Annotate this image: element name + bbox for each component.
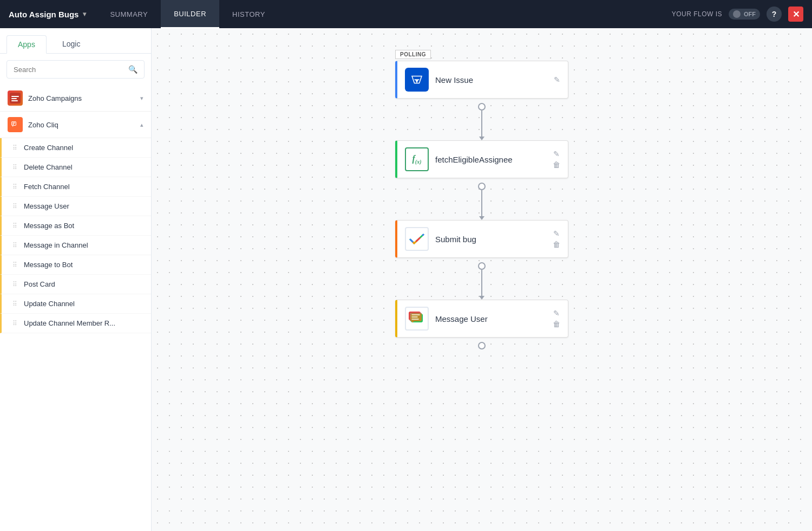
sidebar-item-message-as-bot[interactable]: ⠿ Message as Bot xyxy=(0,216,151,236)
item-label-update-channel-member: Update Channel Member R... xyxy=(24,319,115,327)
node-card-message-user[interactable]: Message User ✎ 🗑 xyxy=(395,300,568,338)
connector-line-1 xyxy=(481,111,482,138)
app-group-zoho-cliq: Zoho Cliq ▴ ⠿ Create Channel ⠿ Delete Ch… xyxy=(0,112,151,333)
tab-apps[interactable]: Apps xyxy=(6,35,47,54)
campaigns-app-icon xyxy=(8,90,23,106)
help-button[interactable]: ? xyxy=(767,7,782,22)
svg-rect-8 xyxy=(12,124,14,125)
cliq-app-name: Zoho Cliq xyxy=(28,121,135,129)
sidebar-item-fetch-channel[interactable]: ⠿ Fetch Channel xyxy=(0,177,151,197)
drag-dots: ⠿ xyxy=(12,281,17,288)
node-actions-fetch-eligible: ✎ 🗑 xyxy=(553,150,560,169)
connector-top-circle-3 xyxy=(478,262,486,270)
polling-badge: POLLING xyxy=(395,50,431,59)
delete-button-submit-bug[interactable]: 🗑 xyxy=(553,241,560,248)
search-icon: 🔍 xyxy=(128,65,137,74)
delete-button-fetch-eligible[interactable]: 🗑 xyxy=(553,161,560,169)
connector-top-circle-2 xyxy=(478,183,486,190)
item-label-create-channel: Create Channel xyxy=(24,144,73,152)
node-label-new-issue: New Issue xyxy=(435,75,547,85)
tab-logic[interactable]: Logic xyxy=(51,35,91,53)
tab-summary[interactable]: SUMMARY xyxy=(97,0,161,28)
node-card-submit-bug[interactable]: Submit bug ✎ 🗑 xyxy=(395,220,568,258)
bottom-connector-circle xyxy=(478,342,486,349)
svg-rect-2 xyxy=(11,98,17,99)
top-nav: Auto Assign Bugs ▾ SUMMARY BUILDER HISTO… xyxy=(0,0,812,28)
edit-button-new-issue[interactable]: ✎ xyxy=(554,76,560,83)
edit-button-fetch-eligible[interactable]: ✎ xyxy=(553,150,560,158)
drag-dots: ⠿ xyxy=(12,164,17,171)
search-input[interactable] xyxy=(14,66,124,74)
item-label-message-user: Message User xyxy=(24,202,69,210)
node-card-fetch-eligible[interactable]: f(x) fetchEligibleAssignee ✎ 🗑 xyxy=(395,140,568,178)
flow-toggle[interactable]: OFF xyxy=(729,9,760,20)
svg-rect-3 xyxy=(11,100,18,101)
sidebar-item-message-user[interactable]: ⠿ Message User xyxy=(0,197,151,216)
flow-canvas: POLLING New Issue ✎ xyxy=(152,28,812,531)
main-layout: Apps Logic 🔍 Zoh xyxy=(0,28,812,531)
drag-dots: ⠿ xyxy=(12,320,17,327)
sidebar-item-message-in-channel[interactable]: ⠿ Message in Channel xyxy=(0,236,151,255)
sidebar-item-update-channel[interactable]: ⠿ Update Channel xyxy=(0,294,151,314)
sidebar-item-delete-channel[interactable]: ⠿ Delete Channel xyxy=(0,158,151,177)
toggle-state: OFF xyxy=(744,11,756,17)
app-title-text: Auto Assign Bugs xyxy=(9,10,78,19)
connector-2 xyxy=(478,178,486,220)
svg-rect-6 xyxy=(12,122,16,125)
node-card-new-issue[interactable]: New Issue ✎ xyxy=(395,61,568,99)
app-group-header-campaigns[interactable]: Zoho Campaigns ▾ xyxy=(0,85,151,112)
sidebar-item-update-channel-member[interactable]: ⠿ Update Channel Member R... xyxy=(0,314,151,333)
sidebar-item-message-to-bot[interactable]: ⠿ Message to Bot xyxy=(0,255,151,275)
item-label-update-channel: Update Channel xyxy=(24,300,75,308)
sidebar-tabs: Apps Logic xyxy=(0,28,151,54)
tab-builder[interactable]: BUILDER xyxy=(161,0,219,28)
cliq-app-icon xyxy=(8,117,23,132)
drag-dots: ⠿ xyxy=(12,203,17,210)
tab-history[interactable]: HISTORY xyxy=(219,0,278,28)
nav-right: YOUR FLOW IS OFF ? ✕ xyxy=(672,7,803,22)
delete-button-message-user[interactable]: 🗑 xyxy=(553,320,560,328)
node-actions-new-issue: ✎ xyxy=(554,76,560,83)
node-icon-message xyxy=(405,307,429,331)
svg-rect-1 xyxy=(11,96,19,97)
connector-line-3 xyxy=(481,270,482,297)
item-label-message-in-channel: Message in Channel xyxy=(24,241,88,249)
node-label-fetch-eligible: fetchEligibleAssignee xyxy=(435,155,546,164)
item-label-post-card: Post Card xyxy=(24,280,55,288)
flow-label: YOUR FLOW IS xyxy=(672,10,722,18)
connector-3 xyxy=(478,258,486,300)
node-new-issue: POLLING New Issue ✎ xyxy=(395,61,568,99)
connector-top-circle-1 xyxy=(478,103,486,111)
item-label-fetch-channel: Fetch Channel xyxy=(24,183,70,191)
node-icon-submit xyxy=(405,227,429,251)
cliq-chevron: ▴ xyxy=(140,121,143,128)
connector-arrow-3 xyxy=(479,296,484,300)
sidebar-item-create-channel[interactable]: ⠿ Create Channel xyxy=(0,138,151,158)
close-button[interactable]: ✕ xyxy=(788,7,803,22)
app-group-header-cliq[interactable]: Zoho Cliq ▴ xyxy=(0,112,151,138)
cliq-items: ⠿ Create Channel ⠿ Delete Channel ⠿ Fetc… xyxy=(0,138,151,333)
svg-rect-7 xyxy=(12,122,15,124)
connector-line-2 xyxy=(481,190,482,217)
connector-1 xyxy=(478,99,486,140)
item-label-delete-channel: Delete Channel xyxy=(24,163,73,171)
flow-container: POLLING New Issue ✎ xyxy=(184,50,780,349)
node-label-message-user: Message User xyxy=(435,314,546,323)
node-message-user: Message User ✎ 🗑 xyxy=(395,300,568,338)
edit-button-message-user[interactable]: ✎ xyxy=(553,309,560,317)
node-actions-submit-bug: ✎ 🗑 xyxy=(553,230,560,248)
toggle-knob xyxy=(733,10,741,18)
node-fetch-eligible: f(x) fetchEligibleAssignee ✎ 🗑 xyxy=(395,140,568,178)
drag-dots: ⠿ xyxy=(12,300,17,308)
item-label-message-to-bot: Message to Bot xyxy=(24,261,73,269)
sidebar-item-post-card[interactable]: ⠿ Post Card xyxy=(0,275,151,294)
edit-button-submit-bug[interactable]: ✎ xyxy=(553,230,560,237)
sidebar: Apps Logic 🔍 Zoh xyxy=(0,28,152,531)
search-box: 🔍 xyxy=(6,60,145,79)
node-submit-bug: Submit bug ✎ 🗑 xyxy=(395,220,568,258)
app-title-chevron[interactable]: ▾ xyxy=(83,10,86,18)
app-group-zoho-campaigns: Zoho Campaigns ▾ xyxy=(0,85,151,112)
nav-tabs: SUMMARY BUILDER HISTORY xyxy=(97,0,671,28)
app-title: Auto Assign Bugs ▾ xyxy=(9,10,86,19)
node-icon-bitbucket xyxy=(405,68,429,92)
